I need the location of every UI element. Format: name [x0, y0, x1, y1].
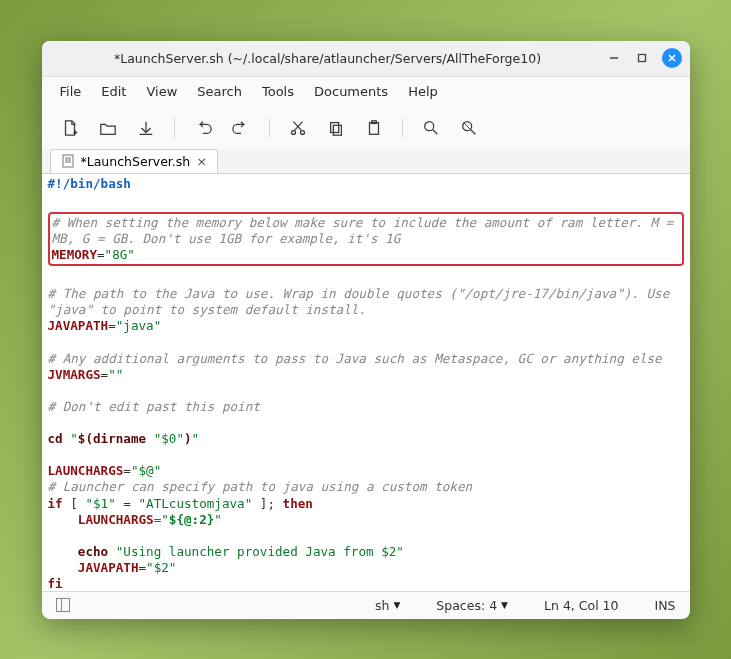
code-comment: "java" to point to system default instal…: [48, 302, 366, 317]
status-spaces[interactable]: Spaces: 4▼: [436, 598, 508, 613]
code-comment: # When setting the memory below make sur…: [52, 215, 681, 230]
menubar: File Edit View Search Tools Documents He…: [42, 77, 690, 107]
svg-rect-13: [333, 125, 341, 135]
chevron-down-icon: ▼: [501, 600, 508, 610]
tab-close-icon[interactable]: ×: [196, 154, 207, 169]
toolbar: [42, 107, 690, 149]
find-button[interactable]: [421, 118, 441, 138]
undo-button[interactable]: [193, 118, 213, 138]
save-button[interactable]: [136, 118, 156, 138]
chevron-down-icon: ▼: [393, 600, 400, 610]
svg-line-17: [432, 129, 437, 134]
code-string: "java": [116, 318, 162, 333]
svg-line-11: [293, 121, 301, 130]
code-shebang: #!/bin/bash: [48, 176, 131, 191]
code-var: LAUNCHARGS: [48, 463, 124, 478]
code-comment: # Any additional arguments to pass to Ja…: [48, 351, 662, 366]
paste-button[interactable]: [364, 118, 384, 138]
code-string: "8G": [105, 247, 135, 262]
redo-button[interactable]: [231, 118, 251, 138]
minimize-button[interactable]: [606, 50, 622, 66]
code-cmd: echo: [78, 544, 108, 559]
status-cursor-pos: Ln 4, Col 10: [544, 598, 619, 613]
maximize-button[interactable]: [634, 50, 650, 66]
separator: [269, 118, 270, 138]
side-panel-icon[interactable]: [56, 598, 70, 612]
highlight-box: # When setting the memory below make sur…: [48, 212, 684, 266]
menu-documents[interactable]: Documents: [314, 84, 388, 99]
code-var: MEMORY: [52, 247, 98, 262]
svg-line-10: [294, 121, 302, 130]
code-keyword: if: [48, 496, 63, 511]
open-button[interactable]: [98, 118, 118, 138]
code-comment: MB, G = GB. Don't use 1GB for example, i…: [52, 231, 401, 246]
window-title: *LaunchServer.sh (~/.local/share/atlaunc…: [50, 51, 606, 66]
editor-window: *LaunchServer.sh (~/.local/share/atlaunc…: [42, 41, 690, 619]
svg-rect-21: [63, 155, 73, 167]
code-op: =: [97, 247, 105, 262]
menu-file[interactable]: File: [60, 84, 82, 99]
menu-search[interactable]: Search: [197, 84, 242, 99]
code-comment: # Don't edit past this point: [48, 399, 260, 414]
file-icon: [61, 154, 75, 168]
code-comment: # The path to the Java to use. Wrap in d…: [48, 286, 677, 301]
close-button[interactable]: [662, 48, 682, 68]
code-var: JVMARGS: [48, 367, 101, 382]
window-controls: [606, 48, 682, 68]
svg-point-9: [300, 130, 304, 134]
status-language[interactable]: sh▼: [375, 598, 400, 613]
menu-tools[interactable]: Tools: [262, 84, 294, 99]
code-cmd: cd: [48, 431, 63, 446]
svg-rect-14: [369, 122, 378, 134]
status-insert-mode[interactable]: INS: [655, 598, 676, 613]
code-string: "": [108, 367, 123, 382]
separator: [402, 118, 403, 138]
editor-area[interactable]: #!/bin/bash # When setting the memory be…: [42, 174, 690, 591]
statusbar: sh▼ Spaces: 4▼ Ln 4, Col 10 INS: [42, 591, 690, 619]
new-file-button[interactable]: [60, 118, 80, 138]
separator: [174, 118, 175, 138]
menu-view[interactable]: View: [146, 84, 177, 99]
menu-help[interactable]: Help: [408, 84, 438, 99]
svg-rect-1: [638, 55, 645, 62]
tab-launchserver[interactable]: *LaunchServer.sh ×: [50, 149, 219, 173]
code-var: JAVAPATH: [48, 318, 109, 333]
tab-label: *LaunchServer.sh: [81, 154, 191, 169]
code-keyword: fi: [48, 576, 63, 590]
svg-point-8: [291, 130, 295, 134]
find-replace-button[interactable]: [459, 118, 479, 138]
cut-button[interactable]: [288, 118, 308, 138]
menu-edit[interactable]: Edit: [101, 84, 126, 99]
tabbar: *LaunchServer.sh ×: [42, 149, 690, 174]
code-comment: # Launcher can specify path to java usin…: [48, 479, 473, 494]
svg-point-16: [424, 121, 433, 130]
svg-rect-12: [330, 122, 338, 132]
titlebar: *LaunchServer.sh (~/.local/share/atlaunc…: [42, 41, 690, 77]
copy-button[interactable]: [326, 118, 346, 138]
